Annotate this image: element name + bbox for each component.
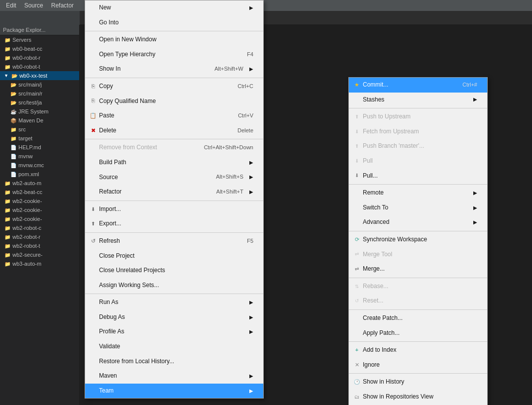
- primary-context-menu: New ▶ Go Into Open in New Window Open Ty…: [85, 0, 264, 399]
- separator: [349, 309, 487, 310]
- tree-item-wb2-beat[interactable]: 📁 wb2-beat-cc: [0, 188, 79, 197]
- commit-icon: ★: [353, 81, 361, 89]
- tree-item-maven[interactable]: 📦 Maven De: [0, 116, 79, 125]
- tree-item-wb2-cookie-1[interactable]: 📁 wb2-cookie-: [0, 197, 79, 205]
- menu-item-apply-patch[interactable]: Apply Patch...: [349, 326, 487, 341]
- menu-item-pull-dots[interactable]: ⬇ Pull...: [349, 169, 487, 184]
- menu-item-sync-workspace[interactable]: ⟳ Synchronize Workspace: [349, 232, 487, 247]
- tree-item-wb3-auto[interactable]: 📁 wb3-auto-m: [0, 259, 79, 268]
- menu-item-debug-as[interactable]: Debug As ▶: [85, 310, 263, 325]
- separator: [85, 232, 263, 233]
- reset-icon: ↺: [353, 297, 361, 305]
- tree-item-wb2-secure[interactable]: 📁 wb2-secure-: [0, 250, 79, 259]
- tree-item-wb2-cookie-2[interactable]: 📁 wb2-cookie-: [0, 205, 79, 214]
- menu-item-import[interactable]: ⬇ Import...: [85, 202, 263, 217]
- folder-icon: 📁: [4, 180, 11, 187]
- menu-item-merge-tool: ⇄ Merge Tool: [349, 247, 487, 262]
- folder-icon: 📁: [4, 224, 11, 231]
- file-icon: 📄: [10, 162, 17, 169]
- menu-item-commit[interactable]: ★ Commit... Ctrl+#: [349, 78, 487, 93]
- tree-item-wb2-auto[interactable]: 📁 wb2-auto-m: [0, 179, 79, 188]
- tree-item-servers[interactable]: 📁 Servers: [0, 35, 79, 44]
- menu-item-maven[interactable]: Maven ▶: [85, 369, 263, 384]
- shortcut-f4: F4: [247, 50, 253, 60]
- menu-item-push-upstream: ⬆ Push to Upstream: [349, 109, 487, 124]
- menu-item-fetch-upstream: ⬇ Fetch from Upstream: [349, 124, 487, 139]
- tree-item-wb0-robot-r[interactable]: 📁 wb0-robot-r: [0, 53, 79, 62]
- tree-item-wb0-robot-t[interactable]: 📁 wb0-robot-t: [0, 62, 79, 71]
- tree-item-help-md[interactable]: 📄 HELP.md: [0, 143, 79, 152]
- menu-item-build-path[interactable]: Build Path ▶: [85, 155, 263, 170]
- push-icon: ⬆: [353, 113, 361, 121]
- menu-item-paste[interactable]: 📋 Paste Ctrl+V: [85, 108, 263, 123]
- menu-item-open-new-window[interactable]: Open in New Window: [85, 32, 263, 47]
- rebase-icon: ⇅: [353, 283, 361, 291]
- pull-icon: ⬇: [353, 157, 361, 165]
- menu-edit[interactable]: Edit: [2, 1, 20, 10]
- menu-item-show-in[interactable]: Show In Alt+Shift+W ▶: [85, 62, 263, 77]
- menu-item-remote[interactable]: Remote ▶: [349, 186, 487, 201]
- separator: [85, 201, 263, 201]
- menu-item-export[interactable]: ⬆ Export...: [85, 216, 263, 231]
- add-index-icon: +: [353, 346, 361, 354]
- menu-item-refresh[interactable]: ↺ Refresh F5: [85, 234, 263, 249]
- menu-item-run-as[interactable]: Run As ▶: [85, 295, 263, 310]
- menu-item-remove-context: Remove from Context Ctrl+Alt+Shift+Down: [85, 140, 263, 155]
- shortcut-delete: Delete: [237, 126, 253, 136]
- tree-item-wb2-cookie-3[interactable]: 📁 wb2-cookie-: [0, 214, 79, 223]
- tree-item-wb2-robot-c[interactable]: 📁 wb2-robot-c: [0, 223, 79, 232]
- tree-item-src-main-r[interactable]: 📂 src/main/r: [0, 89, 79, 98]
- menu-item-merge[interactable]: ⇄ Merge...: [349, 262, 487, 277]
- submenu-arrow: ▶: [249, 372, 253, 381]
- menu-item-show-history[interactable]: 🕐 Show in History: [349, 375, 487, 390]
- tree-item-src-test[interactable]: 📂 src/test/ja: [0, 98, 79, 107]
- shortcut-remove-context: Ctrl+Alt+Shift+Down: [204, 143, 253, 153]
- separator: [349, 231, 487, 231]
- tree-item-jre[interactable]: ☕ JRE System: [0, 107, 79, 116]
- menu-item-create-patch[interactable]: Create Patch...: [349, 311, 487, 326]
- menu-item-assign-working-sets[interactable]: Assign Working Sets...: [85, 278, 263, 293]
- sync-icon: ⟳: [353, 236, 361, 244]
- menu-item-source[interactable]: Source Alt+Shift+S ▶: [85, 170, 263, 185]
- menu-item-restore-history[interactable]: Restore from Local History...: [85, 354, 263, 369]
- tree-item-wb0-xx-test[interactable]: ▼ 📂 wb0-xx-test: [0, 71, 79, 80]
- menu-item-stashes[interactable]: Stashes ▶: [349, 93, 487, 107]
- menu-item-advanced[interactable]: Advanced ▶: [349, 215, 487, 230]
- menu-item-open-type-hierarchy[interactable]: Open Type Hierarchy F4: [85, 47, 263, 62]
- menu-item-profile-as[interactable]: Profile As ▶: [85, 324, 263, 339]
- tree-item-wb0-beat[interactable]: 📁 wb0-beat-cc: [0, 44, 79, 53]
- tree-item-pom[interactable]: 📄 pom.xml: [0, 170, 79, 179]
- xml-icon: 📄: [10, 171, 17, 178]
- menu-item-show-repositories[interactable]: 🗂 Show in Repositories View: [349, 390, 487, 405]
- menu-item-delete[interactable]: ✖ Delete Delete: [85, 123, 263, 138]
- menu-item-copy[interactable]: ⎘ Copy Ctrl+C: [85, 79, 263, 94]
- submenu-arrow: ▶: [249, 65, 253, 74]
- menu-item-close-project[interactable]: Close Project: [85, 249, 263, 264]
- menu-item-new[interactable]: New ▶: [85, 0, 263, 15]
- folder-icon: 📁: [4, 251, 11, 258]
- menu-refactor[interactable]: Refactor: [47, 1, 78, 10]
- menu-item-copy-qualified-name[interactable]: ⎘ Copy Qualified Name: [85, 94, 263, 109]
- folder-icon: 📁: [4, 233, 11, 240]
- tree-item-wb2-robot-t[interactable]: 📁 wb2-robot-t: [0, 241, 79, 250]
- tree-item-src-main-j[interactable]: 📂 src/main/j: [0, 80, 79, 89]
- tree-item-mvnw-cmc[interactable]: 📄 mvnw.cmc: [0, 161, 79, 170]
- menu-item-push-branch: ⬆ Push Branch 'master'...: [349, 139, 487, 154]
- menu-item-refactor[interactable]: Refactor Alt+Shift+T ▶: [85, 185, 263, 200]
- submenu-arrow: ▶: [473, 95, 477, 104]
- src-icon: 📂: [10, 81, 17, 88]
- tree-item-target[interactable]: 📁 target: [0, 134, 79, 143]
- menu-item-go-into[interactable]: Go Into: [85, 15, 263, 30]
- menu-item-add-index[interactable]: + Add to Index: [349, 343, 487, 358]
- menu-item-team[interactable]: Team ▶: [85, 384, 263, 399]
- menu-item-validate[interactable]: Validate: [85, 339, 263, 354]
- tree-item-mvnw[interactable]: 📄 mvnw: [0, 152, 79, 161]
- folder-icon: 📁: [4, 45, 11, 52]
- menu-item-ignore[interactable]: ✕ Ignore: [349, 358, 487, 373]
- tree-item-wb2-robot-r[interactable]: 📁 wb2-robot-r: [0, 232, 79, 241]
- menu-item-switch-to[interactable]: Switch To ▶: [349, 201, 487, 215]
- menu-item-close-unrelated[interactable]: Close Unrelated Projects: [85, 263, 263, 278]
- menu-source[interactable]: Source: [20, 1, 47, 10]
- tree-item-src[interactable]: 📁 src: [0, 125, 79, 134]
- shortcut-commit: Ctrl+#: [462, 80, 477, 90]
